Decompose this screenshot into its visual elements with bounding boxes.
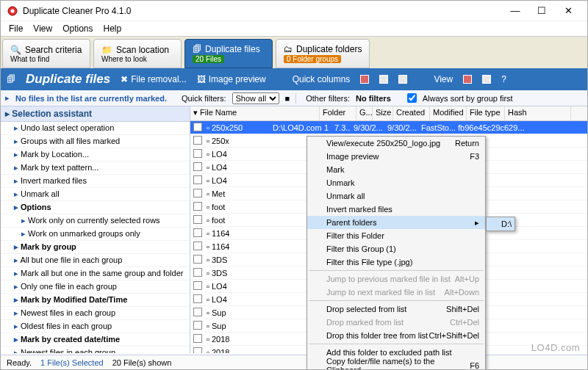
col-group[interactable]: G...	[356, 106, 373, 120]
row-checkbox[interactable]	[193, 294, 202, 303]
view-label: View	[434, 74, 453, 84]
row-checkbox[interactable]	[193, 228, 202, 237]
col-size[interactable]: Size	[373, 106, 393, 120]
selection-assistant-title: ▸ Selection assistant	[1, 106, 190, 122]
row-checkbox[interactable]	[193, 347, 202, 354]
tab-duplicate-files[interactable]: 🗐Duplicate files 20 Files	[184, 39, 273, 68]
row-checkbox[interactable]	[193, 189, 202, 197]
context-menu-item[interactable]: Filter this Group (1)	[307, 242, 485, 255]
menu-options[interactable]: Options	[57, 23, 98, 34]
folder-icon: 📁	[101, 45, 112, 55]
minimize-button[interactable]: —	[502, 1, 528, 21]
table-row[interactable]: ▫ 250x250D:\LO4D.com\17.3...9/30/2...9/3…	[190, 121, 587, 134]
row-checkbox[interactable]	[193, 268, 202, 277]
sidebar-item[interactable]: ▸ Newest files in each group	[1, 347, 190, 353]
context-menu-item[interactable]: Drop selected from listShift+Del	[307, 302, 485, 316]
row-checkbox[interactable]	[193, 255, 202, 264]
chevron-icon[interactable]: ▸	[5, 93, 10, 103]
row-checkbox[interactable]	[193, 334, 202, 343]
sidebar-item[interactable]: ▸ Mark all but one in the same group and…	[1, 267, 190, 280]
clear-filter-icon[interactable]: ■	[285, 94, 290, 103]
context-menu-item[interactable]: Image previewF3	[307, 150, 485, 163]
menu-file[interactable]: File	[4, 23, 28, 34]
context-menu-item[interactable]: Filter this Folder	[307, 229, 485, 242]
row-checkbox[interactable]	[193, 321, 202, 330]
sidebar-item[interactable]: ▸ Work on unmarked groups only	[1, 228, 190, 241]
context-menu-item[interactable]: Parent folders▸	[307, 216, 485, 229]
status-bar: Ready. 1 File(s) Selected 20 File(s) sho…	[1, 355, 587, 369]
quickcol-btn-2[interactable]	[379, 75, 388, 84]
always-sort-checkbox[interactable]	[407, 93, 417, 103]
page-header: 🗐 Duplicate files ✖File removal... 🖼Imag…	[1, 68, 587, 90]
close-button[interactable]: ✕	[555, 1, 581, 21]
sidebar-item[interactable]: ▸ Newest files in each group	[1, 307, 190, 320]
quickcol-btn-1[interactable]	[360, 75, 369, 84]
remove-icon: ✖	[121, 74, 128, 84]
status-shown: 20 File(s) shown	[112, 358, 172, 367]
sidebar-item[interactable]: ▸ Mark by text pattern...	[1, 162, 190, 175]
col-hash[interactable]: Hash	[505, 106, 571, 120]
col-created[interactable]: Created	[393, 106, 430, 120]
sidebar-item[interactable]: ▸ Oldest files in each group	[1, 320, 190, 333]
context-menu-item[interactable]: Drop this folder tree from listCtrl+Shif…	[307, 329, 485, 342]
context-menu: View/execute 250x250_logo.jpgReturnImage…	[306, 136, 486, 370]
sidebar-item[interactable]: ▸ Mark by group	[1, 241, 190, 254]
no-filters-label: No filters	[356, 94, 391, 103]
tab-search-criteria[interactable]: 🔍Search criteria What to find	[2, 39, 90, 68]
quick-filters-select[interactable]: Show all	[232, 92, 279, 104]
page-icon: 🗐	[7, 74, 15, 84]
sidebar-item[interactable]: ▸ Only one file in each group	[1, 280, 190, 294]
image-preview-button[interactable]: 🖼Image preview	[197, 74, 266, 84]
window-title: Duplicate Cleaner Pro 4.1.0	[23, 6, 502, 16]
row-checkbox[interactable]	[193, 215, 202, 224]
status-selected: 1 File(s) Selected	[40, 358, 104, 367]
files-badge: 20 Files	[193, 55, 224, 63]
sidebar-item[interactable]: ▸ Mark by Location...	[1, 148, 190, 162]
row-checkbox[interactable]	[193, 281, 202, 290]
other-filters-label: Other filters:	[306, 94, 350, 103]
submenu-item[interactable]: D:\	[487, 217, 514, 231]
sidebar-item[interactable]: ▸ Undo last select operation	[1, 122, 190, 135]
row-checkbox[interactable]	[193, 136, 202, 145]
view-grid-button[interactable]	[482, 75, 491, 84]
context-menu-item[interactable]: View/execute 250x250_logo.jpgReturn	[307, 137, 485, 150]
status-ready: Ready.	[7, 358, 32, 367]
menu-help[interactable]: Help	[98, 23, 127, 34]
context-menu-item[interactable]: Unmark	[307, 176, 485, 189]
file-removal-button[interactable]: ✖File removal...	[121, 74, 186, 84]
help-icon[interactable]: ?	[501, 74, 506, 84]
sidebar-item[interactable]: ▸ Options	[1, 201, 190, 214]
preview-icon: 🖼	[197, 74, 206, 84]
sidebar-item[interactable]: ▸ Mark by created date/time	[1, 333, 190, 347]
sidebar-item[interactable]: ▸ Unmark all	[1, 188, 190, 201]
tab-scan-location[interactable]: 📁Scan location Where to look	[93, 39, 182, 68]
col-filetype[interactable]: File type	[467, 106, 505, 120]
sidebar-item[interactable]: ▸ Invert marked files	[1, 175, 190, 188]
row-checkbox[interactable]	[193, 149, 202, 158]
no-files-marked-label: No files in the list are currently marke…	[15, 94, 167, 103]
row-checkbox[interactable]	[193, 308, 202, 316]
context-menu-item[interactable]: Filter this File type (.jpg)	[307, 255, 485, 269]
quickcol-btn-3[interactable]	[398, 75, 407, 84]
row-checkbox[interactable]	[193, 202, 202, 211]
context-menu-item[interactable]: Unmark all	[307, 189, 485, 203]
maximize-button[interactable]: ☐	[528, 1, 555, 21]
col-filename[interactable]: ▾ File Name	[190, 106, 320, 120]
col-folder[interactable]: Folder	[320, 106, 356, 120]
tab-strip: 🔍Search criteria What to find 📁Scan loca…	[1, 36, 587, 68]
context-menu-item[interactable]: Copy folder/file name(s) to the Clipboar…	[307, 359, 485, 370]
context-menu-item[interactable]: Mark	[307, 163, 485, 176]
row-checkbox[interactable]	[193, 175, 202, 184]
tab-duplicate-folders[interactable]: 🗂Duplicate folders 0 Folder groups	[276, 39, 370, 68]
sidebar-item[interactable]: ▸ Mark by Modified Date/Time	[1, 294, 190, 307]
view-list-button[interactable]	[463, 75, 472, 84]
row-checkbox[interactable]	[193, 162, 202, 171]
sidebar-item[interactable]: ▸ All but one file in each group	[1, 254, 190, 267]
context-menu-item[interactable]: Invert marked files	[307, 203, 485, 216]
row-checkbox[interactable]	[193, 123, 202, 131]
sidebar-item[interactable]: ▸ Work only on currently selected rows	[1, 214, 190, 228]
row-checkbox[interactable]	[193, 242, 202, 250]
col-modified[interactable]: Modified	[430, 106, 467, 120]
menu-view[interactable]: View	[28, 23, 57, 34]
sidebar-item[interactable]: ▸ Groups with all files marked	[1, 135, 190, 148]
